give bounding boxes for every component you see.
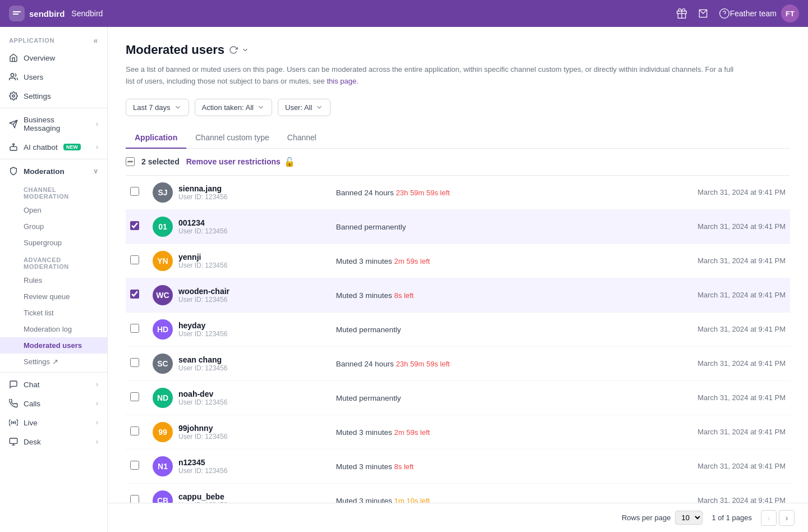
svg-point-7 bbox=[13, 144, 15, 145]
filter-user[interactable]: User: All bbox=[278, 99, 330, 116]
sidebar-item-rules[interactable]: Rules bbox=[0, 272, 107, 288]
filter-time[interactable]: Last 7 days bbox=[126, 99, 189, 116]
row-checkbox[interactable] bbox=[130, 392, 139, 401]
page-header: Moderated users bbox=[126, 43, 790, 57]
tab-application[interactable]: Application bbox=[126, 127, 186, 149]
sidebar-collapse-icon[interactable]: « bbox=[94, 36, 98, 45]
user-table: SJ sienna.jang User ID: 123456 Banned 24… bbox=[126, 176, 790, 503]
user-info: sean chang User ID: 123456 bbox=[178, 355, 227, 372]
svg-point-8 bbox=[13, 422, 15, 424]
sidebar-item-moderation[interactable]: Moderation ∨ bbox=[0, 162, 107, 181]
table-area: 2 selected Remove user restrictions 🔓 SJ… bbox=[126, 149, 790, 503]
user-info: sienna.jang User ID: 123456 bbox=[178, 184, 227, 201]
team-selector[interactable]: Feather team FT bbox=[730, 4, 799, 22]
remove-restrictions-button[interactable]: Remove user restrictions 🔓 bbox=[186, 157, 295, 167]
user-id: User ID: 123456 bbox=[178, 227, 227, 235]
action-cell: Muted 3 minutes 2m 59s left bbox=[332, 415, 607, 449]
row-checkbox-cell bbox=[126, 209, 148, 244]
send-icon bbox=[9, 120, 18, 129]
row-checkbox[interactable] bbox=[130, 221, 139, 230]
channel-moderation-label: Channel moderation bbox=[0, 181, 107, 202]
row-checkbox[interactable] bbox=[130, 187, 139, 196]
row-checkbox[interactable] bbox=[130, 358, 139, 367]
sidebar-item-business-messaging[interactable]: Business Messaging › bbox=[0, 111, 107, 137]
user-info: n12345 User ID: 123456 bbox=[178, 458, 227, 475]
row-checkbox[interactable] bbox=[130, 255, 139, 264]
sidebar-item-settings[interactable]: Settings bbox=[0, 86, 107, 106]
user-name: yennji bbox=[178, 253, 227, 262]
select-all-checkbox[interactable] bbox=[126, 157, 135, 166]
chevron-right-icon: › bbox=[96, 120, 98, 128]
time-remaining: 2m 59s left bbox=[394, 257, 430, 265]
action-text: Muted 3 minutes bbox=[336, 428, 392, 437]
action-text: Banned 24 hours bbox=[336, 189, 394, 197]
row-checkbox[interactable] bbox=[130, 324, 139, 333]
action-text: Muted 3 minutes bbox=[336, 257, 392, 265]
mail-icon[interactable] bbox=[697, 8, 709, 19]
filter-action[interactable]: Action taken: All bbox=[195, 99, 273, 116]
avatar: WC bbox=[153, 285, 173, 305]
sidebar-item-moderated-users[interactable]: Moderated users bbox=[0, 337, 107, 354]
table-row: SJ sienna.jang User ID: 123456 Banned 24… bbox=[126, 176, 790, 210]
sidebar-item-overview[interactable]: Overview bbox=[0, 48, 107, 67]
chevron-right-icon: › bbox=[96, 419, 98, 426]
refresh-icon[interactable] bbox=[229, 45, 238, 54]
prev-page-button[interactable]: ‹ bbox=[761, 510, 777, 526]
users-icon bbox=[9, 72, 18, 81]
date-cell: March 31, 2024 at 9:41 PM bbox=[607, 278, 790, 312]
user-info: noah-dev User ID: 123456 bbox=[178, 389, 227, 406]
date-cell: March 31, 2024 at 9:41 PM bbox=[607, 244, 790, 278]
sidebar-item-label: AI chatbot bbox=[24, 143, 58, 152]
user-name: sienna.jang bbox=[178, 184, 227, 193]
date-cell: March 31, 2024 at 9:41 PM bbox=[607, 312, 790, 346]
user-id: User ID: 123456 bbox=[178, 467, 227, 475]
avatar: 01 bbox=[153, 217, 173, 237]
sidebar-item-calls[interactable]: Calls › bbox=[0, 394, 107, 413]
row-checkbox-cell bbox=[126, 449, 148, 483]
row-checkbox[interactable] bbox=[130, 461, 139, 470]
user-name: noah-dev bbox=[178, 389, 227, 398]
app-selector[interactable]: Sendbird bbox=[71, 9, 105, 18]
sidebar-item-chat[interactable]: Chat › bbox=[0, 375, 107, 394]
time-remaining: 23h 59m 59s left bbox=[396, 360, 450, 368]
sidebar-item-moderation-settings[interactable]: Settings ↗ bbox=[0, 354, 107, 370]
sidebar-item-supergroup[interactable]: Supergroup bbox=[0, 235, 107, 251]
user-name: cappu_bebe bbox=[178, 492, 227, 501]
action-text: Muted 3 minutes bbox=[336, 497, 392, 503]
desk-icon bbox=[9, 437, 18, 446]
chevron-down-icon[interactable] bbox=[241, 46, 249, 54]
sidebar: APPLICATION « Overview Users Settings Bu… bbox=[0, 27, 108, 532]
avatar: HD bbox=[153, 319, 173, 340]
user-name: sean chang bbox=[178, 355, 227, 364]
sidebar-item-ticket-list[interactable]: Ticket list bbox=[0, 305, 107, 321]
sidebar-item-users[interactable]: Users bbox=[0, 67, 107, 86]
tab-channel-custom-type[interactable]: Channel custom type bbox=[186, 127, 278, 149]
sidebar-item-label: Users bbox=[24, 73, 43, 81]
avatar: N1 bbox=[153, 456, 173, 476]
user-id: User ID: 123456 bbox=[178, 433, 227, 441]
tab-channel[interactable]: Channel bbox=[278, 127, 325, 149]
logo[interactable]: sendbird bbox=[9, 6, 65, 21]
sidebar-item-live[interactable]: Live › bbox=[0, 413, 107, 432]
sidebar-item-desk[interactable]: Desk › bbox=[0, 432, 107, 451]
gift-icon[interactable] bbox=[676, 8, 687, 19]
user-name: n12345 bbox=[178, 458, 227, 467]
sidebar-item-review-queue[interactable]: Review queue bbox=[0, 288, 107, 305]
rows-per-page-select[interactable]: 10 25 50 bbox=[675, 511, 703, 525]
chevron-right-icon: › bbox=[96, 400, 98, 407]
user-cell: N1 n12345 User ID: 123456 bbox=[148, 449, 332, 483]
row-checkbox[interactable] bbox=[130, 290, 139, 299]
user-cell: SC sean chang User ID: 123456 bbox=[148, 346, 332, 380]
row-checkbox[interactable] bbox=[130, 426, 139, 435]
page-description: See a list of banned or muted users on t… bbox=[126, 64, 743, 88]
next-page-button[interactable]: › bbox=[779, 510, 795, 526]
sidebar-item-moderation-log[interactable]: Moderation log bbox=[0, 321, 107, 337]
sidebar-item-ai-chatbot[interactable]: AI chatbot NEW › bbox=[0, 137, 107, 157]
chevron-right-icon: › bbox=[96, 143, 98, 151]
time-remaining: 23h 59m 59s left bbox=[396, 189, 450, 197]
this-page-link[interactable]: this page bbox=[327, 77, 356, 85]
sidebar-item-open[interactable]: Open bbox=[0, 202, 107, 218]
sidebar-item-group[interactable]: Group bbox=[0, 218, 107, 235]
help-icon[interactable] bbox=[719, 8, 730, 19]
row-checkbox[interactable] bbox=[130, 495, 139, 503]
